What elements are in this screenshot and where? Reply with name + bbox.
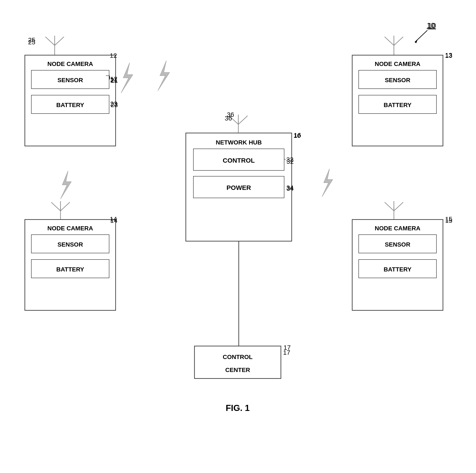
lightning-4	[322, 169, 333, 197]
node15-battery: BATTERY	[384, 266, 411, 273]
label-23: 23	[111, 101, 118, 109]
label-15: 15	[445, 215, 452, 223]
svg-line-5	[55, 37, 64, 45]
node12-battery: BATTERY	[56, 102, 84, 108]
node14-battery: BATTERY	[56, 266, 84, 273]
label-12: 12	[110, 52, 117, 59]
hub-power: POWER	[226, 184, 251, 191]
label-21: 21	[111, 77, 118, 84]
node13-title: NODE CAMERA	[375, 61, 421, 67]
svg-line-38	[385, 202, 394, 211]
label-25: 25	[28, 36, 35, 44]
svg-marker-44	[121, 63, 133, 93]
svg-line-13	[385, 37, 394, 45]
node14-title: NODE CAMERA	[47, 225, 93, 232]
node15-sensor: SENSOR	[385, 241, 410, 248]
cc-label1: CONTROL	[223, 354, 253, 360]
lightning-2	[158, 61, 170, 91]
hub-control: CONTROL	[223, 157, 255, 164]
fig-label: FIG. 1	[226, 403, 250, 413]
cc-label2: CENTER	[225, 367, 250, 373]
label-13: 13	[445, 52, 452, 59]
label-34: 34	[287, 185, 294, 192]
svg-line-15	[394, 37, 403, 45]
svg-line-3	[45, 37, 55, 45]
svg-marker-46	[61, 171, 71, 199]
hub-title: NETWORK HUB	[216, 139, 262, 146]
svg-line-40	[394, 202, 403, 211]
label-14: 14	[110, 215, 117, 223]
label-16: 16	[293, 132, 301, 139]
node14-sensor: SENSOR	[57, 241, 83, 248]
label-32: 32	[287, 158, 294, 165]
diagram-container: 10 25 NODE CAMERA SENSOR BATTERY 12 21 2…	[0, 0, 476, 473]
label-17: 17	[284, 344, 291, 351]
svg-line-31	[51, 202, 61, 211]
lightning-1	[121, 63, 133, 93]
node13-battery: BATTERY	[384, 102, 411, 108]
svg-marker-45	[158, 61, 170, 91]
node12-sensor: SENSOR	[57, 77, 83, 84]
svg-line-33	[61, 202, 70, 211]
svg-rect-29	[194, 346, 281, 379]
node15-title: NODE CAMERA	[375, 225, 421, 232]
svg-line-0	[415, 30, 427, 42]
main-svg: 10 25 NODE CAMERA SENSOR BATTERY 12 21 2…	[0, 0, 476, 473]
node12-title: NODE CAMERA	[47, 61, 93, 67]
svg-line-22	[238, 116, 248, 124]
node13-sensor: SENSOR	[385, 77, 410, 84]
svg-marker-47	[322, 169, 333, 197]
lightning-3	[61, 171, 71, 199]
label-36: 36	[225, 115, 232, 122]
label-10: 10	[427, 21, 435, 30]
